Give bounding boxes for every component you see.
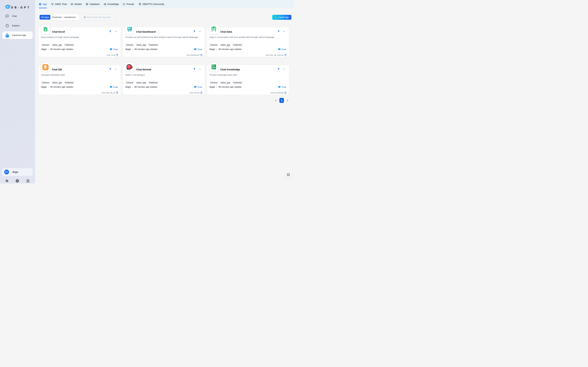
svg-text:SQL: SQL	[86, 4, 88, 4]
svg-text:X: X	[45, 29, 46, 31]
